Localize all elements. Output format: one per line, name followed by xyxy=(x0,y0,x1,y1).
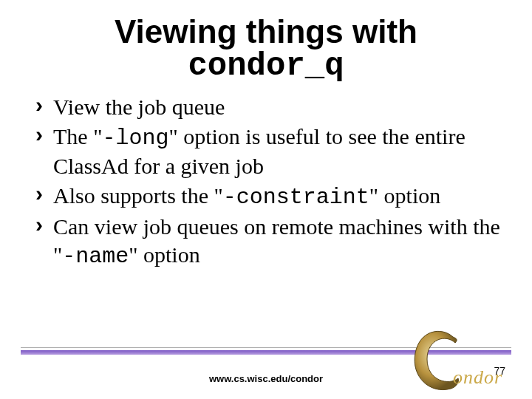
list-item: › The "-long" option is useful to see th… xyxy=(35,123,502,180)
list-item: › Can view job queues on remote machines… xyxy=(35,213,502,270)
bullet-text: Can view job queues on remote machines w… xyxy=(53,213,502,270)
bullet-text: View the job queue xyxy=(53,93,225,121)
text-run: " option xyxy=(129,242,200,267)
code-run: -constraint xyxy=(223,185,369,210)
bullet-marker: › xyxy=(35,121,43,148)
bullet-marker: › xyxy=(35,92,43,118)
list-item: › View the job queue xyxy=(35,93,502,121)
code-run: -long xyxy=(102,126,168,151)
bullet-list: › View the job queue › The "-long" optio… xyxy=(35,93,502,270)
bullet-marker: › xyxy=(35,211,43,238)
slide-title: Viewing things with condor_q xyxy=(0,13,532,84)
list-item: › Also supports the "-constraint" option xyxy=(35,182,502,211)
bullet-marker: › xyxy=(35,180,43,207)
condor-logo: ondor xyxy=(384,316,502,398)
bullet-text: Also supports the "-constraint" option xyxy=(53,182,440,211)
title-code: condor_q xyxy=(0,47,532,84)
text-run: View the job queue xyxy=(53,95,225,119)
page-number: 77 xyxy=(494,365,505,377)
title-line-1: Viewing things with xyxy=(0,13,532,50)
text-run: The " xyxy=(53,124,102,149)
slide: Viewing things with condor_q › View the … xyxy=(0,13,532,399)
bullet-text: The "-long" option is useful to see the … xyxy=(53,123,502,180)
code-run: -name xyxy=(62,244,129,269)
text-run: Also supports the " xyxy=(53,183,223,208)
text-run: " option xyxy=(369,183,440,208)
